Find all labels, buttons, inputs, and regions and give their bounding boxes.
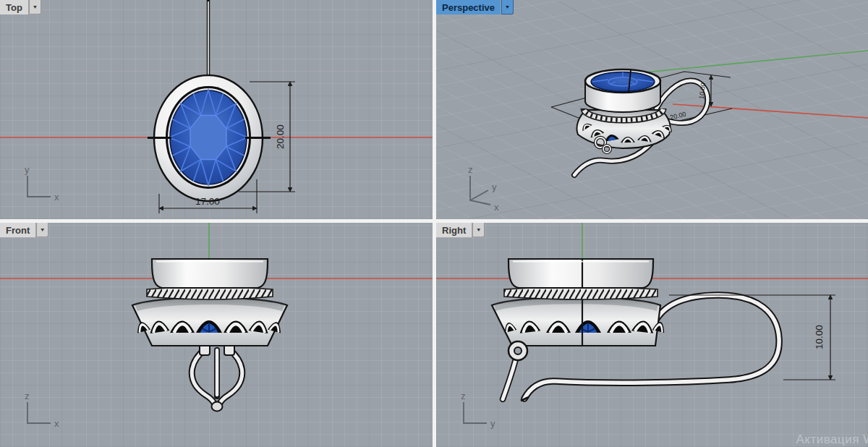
jump-ring-right [503, 341, 527, 399]
right-view-canvas: 10.00 z y [436, 223, 868, 447]
bezel-right [509, 259, 653, 288]
earring-model-front [132, 259, 287, 412]
chevron-down-icon: ▼ [32, 4, 38, 9]
svg-text:y: y [25, 164, 30, 175]
viewport-tab-front[interactable]: Front ▼ [0, 223, 48, 237]
bail-hook-front [192, 343, 242, 412]
viewport-menu-button-right[interactable]: ▼ [472, 223, 485, 237]
gem-top-view [169, 90, 247, 185]
earring-model-right [492, 259, 779, 401]
activation-watermark: Активация Wi [796, 433, 868, 447]
svg-text:z: z [468, 164, 473, 175]
viewport-right[interactable]: Right ▼ Активация Wi [436, 223, 868, 447]
front-view-canvas: z x [0, 223, 433, 447]
svg-text:x: x [494, 202, 499, 213]
viewport-menu-button-front[interactable]: ▼ [36, 223, 48, 237]
top-view-canvas: 20.00 17.00 y x [0, 0, 433, 219]
dimension-value: 20.00 [275, 124, 286, 149]
bezel-front [152, 259, 268, 288]
svg-text:z: z [461, 391, 466, 401]
perspective-view-canvas: 10.00 20.00 z y x [436, 0, 868, 219]
viewport-top[interactable]: Top ▼ [0, 0, 433, 219]
chevron-down-icon: ▼ [505, 4, 511, 9]
dimension-value: 17.00 [195, 196, 220, 207]
svg-text:y: y [490, 418, 495, 429]
svg-text:z: z [25, 391, 30, 401]
viewport-tab-perspective[interactable]: Perspective ▼ [436, 0, 514, 14]
axis-gnomon-front: z x [25, 391, 59, 429]
chevron-down-icon: ▼ [40, 227, 46, 232]
viewport-title-perspective[interactable]: Perspective [436, 0, 501, 14]
viewport-title-right[interactable]: Right [436, 223, 472, 237]
viewport-grid: Top ▼ [0, 0, 868, 447]
svg-text:x: x [54, 192, 59, 203]
viewport-menu-button-top[interactable]: ▼ [29, 0, 41, 14]
earring-model-perspective [574, 69, 707, 175]
dimension-hook-height: 10.00 [669, 295, 835, 380]
viewport-tab-right[interactable]: Right ▼ [436, 223, 485, 237]
chevron-down-icon: ▼ [476, 227, 482, 232]
viewport-perspective[interactable]: Perspective ▼ [436, 0, 868, 219]
axis-gnomon-perspective: z y x [468, 164, 499, 213]
dimension-value: 10.00 [814, 325, 825, 349]
axis-gnomon-right: z y [461, 391, 495, 429]
viewport-title-front[interactable]: Front [0, 223, 35, 237]
viewport-title-top[interactable]: Top [0, 0, 28, 14]
svg-text:y: y [492, 182, 497, 192]
svg-text:x: x [54, 418, 59, 429]
axis-gnomon-top: y x [25, 164, 59, 203]
viewport-menu-button-perspective[interactable]: ▼ [501, 0, 514, 14]
viewport-tab-top[interactable]: Top ▼ [0, 0, 41, 14]
rope-ring-right [504, 287, 658, 300]
viewport-front[interactable]: Front ▼ [0, 223, 433, 447]
rope-ring-front [147, 287, 273, 300]
